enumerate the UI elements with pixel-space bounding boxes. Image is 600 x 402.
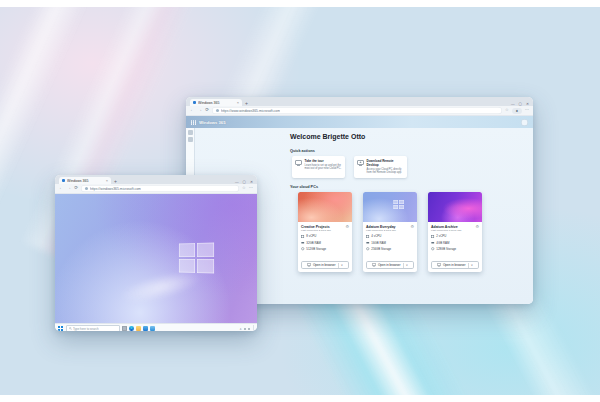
cloud-pc-name: Adatum Everyday bbox=[366, 225, 396, 229]
app-launcher-waffle-icon[interactable] bbox=[191, 120, 196, 125]
favorites-star-icon[interactable]: ☆ bbox=[242, 186, 246, 190]
open-in-browser-button[interactable]: Open in browser ∨ bbox=[366, 261, 414, 269]
microsoft-store-icon[interactable] bbox=[143, 326, 148, 331]
storage-icon bbox=[301, 247, 305, 251]
refresh-icon[interactable]: ⟳ bbox=[74, 186, 78, 191]
rail-menu-icon[interactable] bbox=[188, 130, 193, 135]
site-lock-icon bbox=[216, 109, 219, 112]
minimize-icon[interactable]: — bbox=[511, 102, 515, 106]
chevron-down-icon[interactable]: ∨ bbox=[471, 264, 473, 267]
forward-icon[interactable]: → bbox=[198, 108, 203, 113]
browser-menu-icon[interactable]: ⋯ bbox=[249, 186, 253, 190]
tab-close-icon[interactable]: × bbox=[106, 179, 108, 183]
show-desktop-button[interactable] bbox=[253, 325, 254, 331]
open-in-browser-label: Open in browser bbox=[313, 263, 336, 267]
card-settings-gear-icon[interactable]: ⚙ bbox=[345, 225, 349, 229]
browser-profile-icon[interactable]: ☻ bbox=[512, 108, 522, 114]
system-tray: ∧ bbox=[240, 325, 254, 331]
button-divider bbox=[468, 263, 469, 268]
cloud-pc-card-row: Creative Projects ⚙ Last connected 2 day… bbox=[298, 192, 527, 272]
quick-action-download-remote-desktop[interactable]: Download Remote Desktop Access your Clou… bbox=[354, 156, 407, 178]
cloud-pcs-heading: Your cloud PCs bbox=[290, 185, 527, 189]
cloud-pc-name: Creative Projects bbox=[301, 225, 330, 229]
browser-monitor-icon bbox=[372, 263, 376, 267]
portal-browser-tab[interactable]: Windows 365 × bbox=[190, 99, 242, 106]
storage-spec: 128GB Storage bbox=[436, 247, 456, 251]
close-icon[interactable]: ✕ bbox=[526, 102, 529, 106]
open-in-browser-button[interactable]: Open in browser ∨ bbox=[431, 261, 479, 269]
quick-action-description: Access your Cloud PC directly from the R… bbox=[367, 168, 405, 174]
windows-desktop-wallpaper bbox=[55, 194, 257, 323]
start-button-icon[interactable] bbox=[58, 326, 63, 331]
back-icon[interactable]: ← bbox=[59, 186, 64, 191]
cpu-spec: 2 vCPU bbox=[436, 234, 446, 238]
chevron-down-icon[interactable]: ∨ bbox=[341, 264, 343, 267]
portal-main-content: Welcome Brigette Otto Quick actions Take… bbox=[290, 128, 527, 272]
search-placeholder-text: Type here to search bbox=[73, 327, 99, 331]
open-in-browser-button[interactable]: Open in browser ∨ bbox=[301, 261, 349, 269]
tab-close-icon[interactable]: × bbox=[237, 101, 239, 105]
windows-logo-icon bbox=[179, 243, 214, 274]
cloud-pc-card-image bbox=[363, 192, 417, 222]
task-view-icon[interactable] bbox=[122, 326, 127, 331]
card-settings-gear-icon[interactable]: ⚙ bbox=[410, 225, 414, 229]
tray-volume-icon[interactable] bbox=[248, 328, 250, 330]
tray-network-icon[interactable] bbox=[244, 328, 246, 330]
ram-spec: 16GB RAM bbox=[371, 241, 386, 245]
desktop-browser-tab[interactable]: Windows 365 × bbox=[59, 177, 111, 184]
storage-spec: 512GB Storage bbox=[306, 247, 326, 251]
browser-menu-icon[interactable]: ⋯ bbox=[525, 108, 529, 112]
cpu-icon bbox=[366, 235, 370, 239]
cloud-pc-card-adatum-everyday: Adatum Everyday ⚙ Last connected 2 days … bbox=[363, 192, 417, 272]
browser-monitor-icon bbox=[437, 263, 441, 267]
top-white-band bbox=[0, 0, 600, 7]
back-icon[interactable]: ← bbox=[190, 108, 195, 113]
url-field[interactable]: https://www.windows365.microsoft.com bbox=[212, 107, 502, 114]
new-tab-icon[interactable]: + bbox=[245, 101, 248, 106]
desktop-address-bar: ← → ⟳ https://windows365.microsoft.com ☆… bbox=[55, 184, 257, 194]
storage-spec: 256GB Storage bbox=[371, 247, 391, 251]
marketing-background: Windows 365 × + — ▢ ✕ ← → ⟳ https://www.… bbox=[0, 0, 600, 402]
quick-action-title: Download Remote Desktop bbox=[367, 159, 405, 167]
cloud-pc-card-adatum-archive: Adatum Archive ⚙ Last connected a week a… bbox=[428, 192, 482, 272]
refresh-icon[interactable]: ⟳ bbox=[205, 108, 209, 113]
chevron-down-icon[interactable]: ∨ bbox=[406, 264, 408, 267]
quick-actions-heading: Quick actions bbox=[290, 149, 527, 153]
windows-taskbar: Type here to search ∧ bbox=[55, 323, 257, 331]
storage-icon bbox=[431, 247, 435, 251]
search-icon bbox=[69, 327, 72, 330]
favorites-star-icon[interactable]: ☆ bbox=[505, 108, 509, 112]
tray-chevron-icon[interactable]: ∧ bbox=[240, 327, 242, 331]
maximize-icon[interactable]: ▢ bbox=[519, 102, 522, 106]
cpu-icon bbox=[301, 235, 305, 239]
rail-home-icon[interactable] bbox=[188, 137, 193, 142]
quick-actions-row: Take the tour Learn how to set up and ge… bbox=[292, 156, 527, 178]
quick-action-take-tour[interactable]: Take the tour Learn how to set up and ge… bbox=[292, 156, 345, 178]
url-field[interactable]: https://windows365.microsoft.com bbox=[81, 185, 239, 192]
forward-icon[interactable]: → bbox=[67, 186, 72, 191]
url-text: https://www.windows365.microsoft.com bbox=[221, 109, 280, 113]
minimize-icon[interactable]: — bbox=[235, 180, 239, 184]
file-explorer-icon[interactable] bbox=[136, 326, 141, 331]
storage-icon bbox=[366, 247, 370, 251]
quick-action-description: Learn how to set up and get the most out… bbox=[305, 164, 343, 170]
window-controls: — ▢ ✕ bbox=[511, 102, 529, 106]
window-controls: — ▢ ✕ bbox=[235, 180, 253, 184]
taskbar-search-input[interactable]: Type here to search bbox=[66, 325, 120, 331]
cpu-spec: 8 vCPU bbox=[306, 234, 316, 238]
open-in-browser-label: Open in browser bbox=[378, 263, 401, 267]
maximize-icon[interactable]: ▢ bbox=[243, 180, 246, 184]
card-settings-gear-icon[interactable]: ⚙ bbox=[475, 225, 479, 229]
new-tab-icon[interactable]: + bbox=[114, 179, 117, 184]
tab-title: Windows 365 bbox=[198, 101, 220, 105]
ram-spec: 32GB RAM bbox=[306, 241, 321, 245]
mail-icon[interactable] bbox=[150, 326, 155, 331]
edge-browser-icon[interactable] bbox=[129, 326, 134, 331]
bottom-white-band bbox=[0, 395, 600, 402]
quick-action-title: Take the tour bbox=[305, 159, 343, 163]
account-avatar[interactable] bbox=[521, 119, 528, 126]
tour-monitor-icon bbox=[295, 160, 302, 166]
close-icon[interactable]: ✕ bbox=[250, 180, 253, 184]
open-in-browser-label: Open in browser bbox=[443, 263, 466, 267]
browser-monitor-icon bbox=[307, 263, 311, 267]
